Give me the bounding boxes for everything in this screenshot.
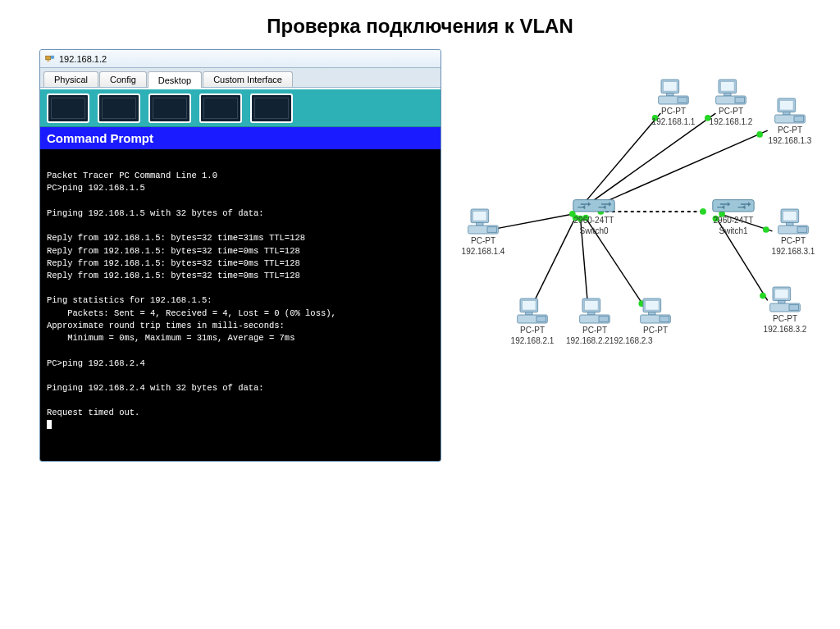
pc-icon [777,207,810,235]
svg-rect-34 [664,82,678,92]
svg-rect-52 [797,227,807,233]
desktop-app-tile[interactable] [148,93,191,123]
slide-title: Проверка подключения к VLAN [0,0,840,49]
node-label: PC-PT [756,314,814,324]
svg-rect-37 [678,98,687,103]
node-ip: 192.168.1.1 [645,117,702,127]
svg-rect-67 [536,317,546,322]
pc-node[interactable]: PC-PT192.168.2.1 [504,297,561,346]
svg-rect-54 [775,289,789,299]
svg-rect-45 [783,112,790,115]
desktop-app-tile[interactable] [199,93,242,123]
window-address: 192.168.1.2 [59,54,107,64]
tab-row: Physical Config Desktop Custom Interface [40,68,441,88]
pc-icon [516,297,549,325]
packet-tracer-pane: 192.168.1.2 Physical Config Desktop Cust… [39,49,441,462]
node-ip: 192.168.2.2192.168.2.3 [566,336,623,346]
tab-desktop[interactable]: Desktop [148,71,202,88]
switch-node[interactable]: 2960-24TTSwitch1 [701,197,766,236]
svg-rect-65 [526,312,532,315]
svg-rect-44 [780,101,794,111]
pc-node[interactable]: PC-PT192.168.1.1 [645,78,702,127]
desktop-apps-strip [40,88,441,127]
pc-node[interactable]: PC-PT192.168.3.1 [765,207,822,257]
svg-rect-42 [735,98,745,103]
command-prompt-title: Command Prompt [40,127,441,149]
node-ip: 192.168.3.2 [756,325,814,335]
svg-rect-50 [787,223,793,226]
switch-icon [572,197,616,215]
tab-config[interactable]: Config [99,71,147,87]
node-label: PC-PT [702,107,760,116]
svg-rect-70 [588,312,595,315]
svg-rect-77 [660,317,669,322]
node-label: 2960-24TT [561,216,627,226]
pc-node[interactable]: PC-PT192.168.2.2192.168.2.3 [566,297,623,346]
desktop-app-tile[interactable] [250,93,293,123]
node-label: PC-PT [454,236,512,246]
node-label: 2960-24TT [701,216,766,226]
node-ip: 192.168.1.3 [761,136,819,146]
svg-rect-75 [649,312,655,315]
node-ip: 192.168.3.1 [765,247,822,257]
terminal-output[interactable]: Packet Tracer PC Command Line 1.0 PC>pin… [40,149,441,461]
svg-rect-35 [667,93,673,96]
node-label: PC-PT [765,236,822,246]
pc-node[interactable]: PC-PT192.168.3.2 [756,285,814,335]
pc-icon [657,78,690,106]
svg-rect-62 [487,227,497,233]
node-label: PC-PT [566,326,623,335]
switch-icon [711,197,756,215]
pc-node[interactable]: PC-PT192.168.1.2 [702,78,760,127]
svg-rect-49 [783,212,797,221]
node-label: PC-PT [645,107,702,116]
pc-node[interactable]: PC-PT192.168.1.3 [761,97,819,146]
svg-rect-74 [646,301,660,311]
desktop-app-tile[interactable] [47,93,89,123]
pc-window: 192.168.1.2 Physical Config Desktop Cust… [39,49,441,462]
svg-rect-55 [778,301,785,303]
pc-icon [774,97,806,125]
app-icon [45,54,55,64]
svg-rect-0 [46,56,51,60]
network-topology: PC-PT192.168.1.1PC-PT192.168.1.2PC-PT192… [454,49,801,410]
window-title-bar: 192.168.1.2 [40,50,441,68]
svg-point-2 [51,55,55,59]
pc-node[interactable]: PC-PT [627,297,684,335]
node-ip: 192.168.1.2 [702,117,760,127]
svg-rect-83 [713,200,754,212]
node-sublabel: Switch1 [701,226,766,236]
tab-custom-interface[interactable]: Custom Interface [203,71,293,87]
node-ip: 192.168.2.1 [504,336,561,346]
pc-node[interactable]: PC-PT192.168.1.4 [454,207,512,257]
node-label: PC-PT [504,326,561,335]
svg-rect-47 [794,116,804,122]
desktop-app-tile[interactable] [98,93,140,123]
svg-rect-69 [585,301,599,311]
pc-icon [769,285,801,313]
svg-rect-60 [477,223,483,226]
svg-line-3 [580,113,660,207]
pc-icon [578,297,611,325]
node-ip: 192.168.1.4 [454,247,512,257]
svg-line-4 [583,113,715,207]
pc-icon [467,207,500,235]
svg-rect-1 [47,60,49,62]
svg-rect-40 [724,93,731,96]
pc-icon [639,297,672,325]
switch-node[interactable]: 2960-24TTSwitch0 [561,197,627,236]
svg-rect-72 [599,317,609,322]
svg-rect-59 [473,212,487,221]
node-label: PC-PT [627,326,684,335]
svg-rect-78 [573,200,614,212]
tab-physical[interactable]: Physical [43,71,98,87]
svg-rect-57 [789,305,799,311]
node-label: PC-PT [761,125,819,135]
content-area: 192.168.1.2 Physical Config Desktop Cust… [0,49,840,462]
svg-rect-39 [721,82,735,92]
svg-rect-64 [523,301,536,311]
pc-icon [714,78,747,106]
node-sublabel: Switch0 [561,226,627,236]
